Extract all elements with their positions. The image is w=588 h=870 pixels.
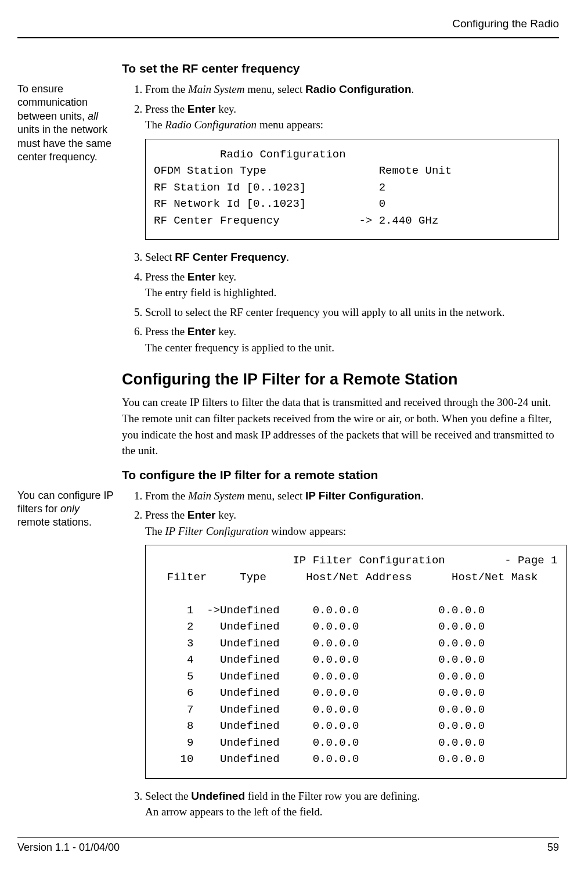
step-item: Press the Enter key. The entry field is … (145, 269, 559, 301)
footer-page-number: 59 (547, 842, 559, 854)
margin-note-ital: only (60, 503, 80, 515)
step-item: From the Main System menu, select IP Fil… (145, 488, 567, 504)
subheading-configure-ip: To configure the IP filter for a remote … (122, 468, 567, 482)
margin-note-text: remote stations. (17, 516, 92, 528)
margin-note-text: To ensure communication between units, (17, 83, 88, 122)
intro-paragraph: You can create IP filters to filter the … (122, 394, 559, 458)
step-item: Select RF Center Frequency. (145, 249, 559, 265)
steps-list-ip: From the Main System menu, select IP Fil… (122, 488, 567, 820)
step-item: Select the Undefined field in the Filter… (145, 788, 567, 820)
margin-note-ital: all (88, 110, 98, 122)
margin-note-text: units in the network must have the same … (17, 124, 111, 163)
header-rule (17, 37, 559, 38)
footer-version: Version 1.1 - 01/04/00 (17, 842, 120, 854)
step-item: Press the Enter key. The Radio Configura… (145, 101, 559, 240)
margin-note-ip: You can configure IP filters for only re… (17, 489, 115, 530)
step-item: Press the Enter key. The center frequenc… (145, 323, 559, 355)
subheading-set-rf: To set the RF center frequency (122, 62, 559, 76)
steps-list-rf: From the Main System menu, select Radio … (122, 81, 559, 355)
step-item: Scroll to select the RF center frequency… (145, 304, 559, 321)
terminal-ip-filter: IP Filter Configuration - Page 1 Filter … (145, 545, 567, 779)
step-item: From the Main System menu, select Radio … (145, 81, 559, 98)
header-title: Configuring the Radio (17, 17, 559, 33)
step-item: Press the Enter key. The IP Filter Confi… (145, 507, 567, 779)
margin-note-rf: To ensure communication between units, a… (17, 82, 115, 164)
page-footer: Version 1.1 - 01/04/00 59 (17, 837, 559, 854)
terminal-radio-config: Radio Configuration OFDM Station Type Re… (145, 139, 559, 240)
heading-ip-filter: Configuring the IP Filter for a Remote S… (122, 371, 559, 389)
